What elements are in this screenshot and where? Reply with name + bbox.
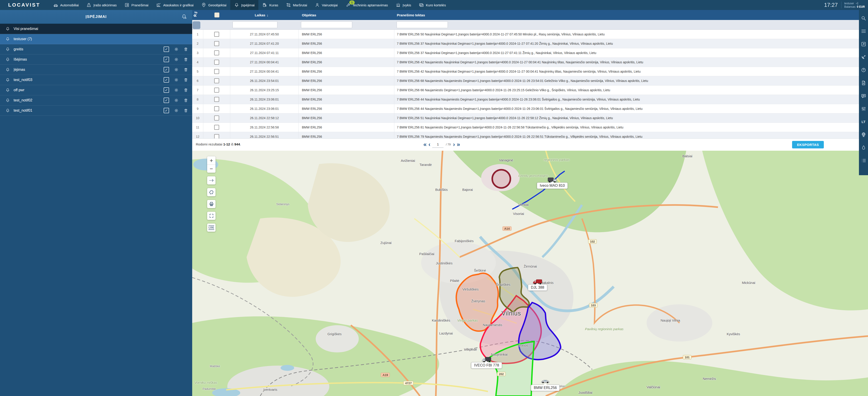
log-button[interactable]: LOG: [207, 224, 216, 232]
alert-enabled-checkbox[interactable]: [164, 77, 169, 83]
filter-message-input[interactable]: [397, 21, 448, 28]
nav-item-ivykis[interactable]: Įvykis: [392, 0, 415, 10]
alert-list-item[interactable]: Išėjimas: [0, 54, 192, 65]
zoom-in-button[interactable]: +: [207, 157, 216, 165]
list-view-button[interactable]: [859, 154, 868, 167]
alert-list-item[interactable]: greitis: [0, 44, 192, 54]
nav-item-marsrutai[interactable]: Maršrutai: [282, 0, 311, 10]
satellite-button[interactable]: [859, 51, 868, 63]
row-checkbox[interactable]: [214, 69, 219, 74]
row-checkbox[interactable]: [214, 32, 219, 37]
trash-icon[interactable]: [184, 98, 188, 103]
filter-laikas-input[interactable]: [232, 21, 277, 28]
row-checkbox[interactable]: [214, 115, 219, 120]
nav-item-pranesimai[interactable]: Pranešimai: [121, 0, 152, 10]
alert-list-item[interactable]: Visi pranešimai: [0, 24, 192, 34]
add-alert-button[interactable]: [181, 13, 187, 20]
column-header-laikas[interactable]: Laikas↓: [230, 10, 299, 20]
alert-enabled-checkbox[interactable]: [164, 97, 169, 103]
alert-enabled-checkbox[interactable]: [164, 87, 169, 93]
table-row[interactable]: 6 26.11.2024 23:54:01 BMW ERL256 7 BMW E…: [192, 76, 859, 86]
alert-list-item[interactable]: test_notif02: [0, 95, 192, 106]
table-row[interactable]: 1 27.11.2024 07:45:50 BMW ERL256 7 BMW E…: [192, 30, 859, 39]
search-button[interactable]: [859, 12, 868, 25]
gear-icon[interactable]: [174, 67, 179, 72]
table-row[interactable]: 4 27.11.2024 00:04:41 BMW ERL256 7 BMW E…: [192, 58, 859, 67]
gear-icon[interactable]: [174, 98, 179, 103]
first-page-button[interactable]: «: [423, 141, 426, 148]
last-page-button[interactable]: »: [457, 141, 460, 148]
column-header-objektas[interactable]: Objektas: [299, 10, 394, 20]
gear-icon[interactable]: [174, 47, 179, 52]
table-row[interactable]: 8 26.11.2024 23:06:01 BMW ERL256 7 BMW E…: [192, 95, 859, 104]
nav-item-iraso-atkurimas[interactable]: Įrašo atkūrimas: [83, 0, 121, 10]
chat-button[interactable]: [859, 89, 868, 102]
expand-button[interactable]: [859, 38, 868, 51]
nav-item-kuro-korteles[interactable]: Kuro kortelės: [415, 0, 450, 10]
table-row[interactable]: 9 26.11.2024 23:06:01 BMW ERL256 7 BMW E…: [192, 104, 859, 113]
gear-icon[interactable]: [174, 108, 179, 113]
page-input[interactable]: [432, 141, 443, 148]
gear-icon[interactable]: [174, 78, 179, 82]
nav-item-ataskaitos[interactable]: Ataskaitos ir grafikai: [152, 0, 197, 10]
table-row[interactable]: 2 27.11.2024 07:41:20 BMW ERL256 7 BMW E…: [192, 39, 859, 48]
trash-icon[interactable]: [184, 88, 188, 92]
next-page-button[interactable]: ›: [453, 141, 455, 148]
table-row[interactable]: 5 27.11.2024 00:04:41 BMW ERL256 7 BMW E…: [192, 67, 859, 76]
gear-icon[interactable]: [174, 88, 179, 92]
prev-page-button[interactable]: ‹: [428, 141, 430, 148]
vehicle-marker-iveco-mao-810[interactable]: Iveco MAO 810: [548, 177, 557, 183]
fullscreen-button[interactable]: [207, 212, 216, 220]
nav-item-geoobjektai[interactable]: Geoobjektai: [197, 0, 230, 10]
trash-icon[interactable]: [184, 67, 188, 72]
alert-enabled-checkbox[interactable]: [164, 108, 169, 113]
column-header-pranesimo-tekstas[interactable]: Pranešimo tektas: [394, 10, 859, 20]
alert-enabled-checkbox[interactable]: [164, 47, 169, 52]
globe-button[interactable]: [859, 128, 868, 141]
row-checkbox[interactable]: [214, 97, 219, 102]
table-row[interactable]: 3 27.11.2024 07:41:11 BMW ERL256 7 BMW E…: [192, 48, 859, 58]
alert-enabled-checkbox[interactable]: [164, 57, 169, 62]
vehicle-marker-iveco-fbi-778[interactable]: IVECO FBI 778: [482, 357, 491, 363]
menu-button[interactable]: [859, 25, 868, 38]
alert-list-item[interactable]: testuser (7): [0, 34, 192, 44]
alert-list-item[interactable]: test_notif01: [0, 106, 192, 116]
draw-geozone-button[interactable]: [207, 188, 216, 196]
alert-list-item[interactable]: Įėjimas: [0, 65, 192, 75]
nav-item-ispejimai[interactable]: Įspėjimai: [230, 0, 258, 10]
map-canvas[interactable]: Vanaginėregioninis parkasEžerėlių geomor…: [192, 150, 868, 396]
vehicle-marker-djl-388[interactable]: DJL 388: [533, 279, 542, 285]
trash-icon[interactable]: [184, 47, 188, 52]
logout-icon[interactable]: [855, 2, 859, 5]
alert-list-item[interactable]: off pwr: [0, 85, 192, 95]
language-button[interactable]: LT: [859, 115, 868, 128]
row-checkbox[interactable]: [214, 41, 219, 46]
row-checkbox[interactable]: [214, 125, 219, 130]
vehicle-marker-bmw-erl256[interactable]: BMW ERL256: [541, 379, 550, 383]
trash-icon[interactable]: [184, 57, 188, 62]
nav-item-vairuotojai[interactable]: Vairuotojai: [311, 0, 342, 10]
select-all-checkbox[interactable]: [214, 12, 219, 18]
row-checkbox[interactable]: [214, 50, 219, 55]
help-button[interactable]: [859, 63, 868, 77]
export-button[interactable]: EKSPORTAS: [792, 141, 824, 148]
fuel-level-button[interactable]: [859, 141, 868, 154]
collapse-table-button[interactable]: «: [193, 13, 196, 18]
collapse-handle[interactable]: [193, 21, 200, 29]
nav-item-automobiliai[interactable]: Automobiliai: [50, 0, 83, 10]
trash-icon[interactable]: [184, 108, 188, 113]
nav-item-kuras[interactable]: Kuras: [258, 0, 282, 10]
table-row[interactable]: 7 26.11.2024 23:25:15 BMW ERL256 7 BMW E…: [192, 86, 859, 95]
trash-icon[interactable]: [184, 78, 188, 82]
row-checkbox[interactable]: [214, 88, 219, 92]
document-button[interactable]: [859, 77, 868, 89]
filters-button[interactable]: [859, 102, 868, 115]
zoom-out-button[interactable]: −: [207, 165, 216, 173]
row-checkbox[interactable]: [214, 78, 219, 83]
filter-objektas-input[interactable]: [301, 21, 352, 28]
row-checkbox[interactable]: [214, 106, 219, 111]
track-arrow-button[interactable]: [207, 176, 216, 185]
gear-icon[interactable]: [174, 57, 179, 62]
row-checkbox[interactable]: [214, 60, 219, 65]
table-row[interactable]: 11 26.11.2024 22:56:58 BMW ERL256 7 BMW …: [192, 123, 859, 132]
